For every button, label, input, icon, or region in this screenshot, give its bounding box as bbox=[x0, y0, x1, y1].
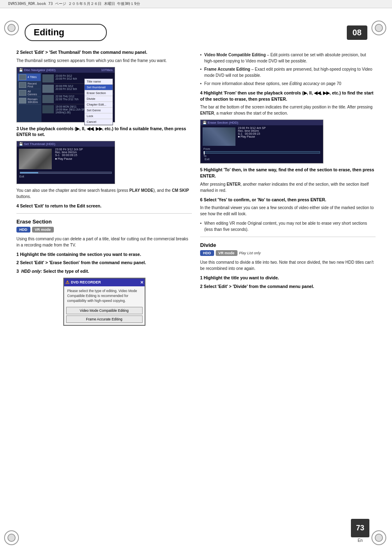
right-step4-body: The bar at the bottom of the screen indi… bbox=[200, 104, 376, 116]
ctx-set-thumbnail[interactable]: Set thumbnail bbox=[85, 85, 113, 90]
bullet3-body: For more information about these options… bbox=[204, 81, 341, 86]
dvd-recorder-dialog: ⚠ DVD RECORDER ✕ Please select the type … bbox=[63, 278, 145, 326]
corner-decoration-tr bbox=[371, 21, 388, 37]
sidebar-label-4: Remain 30h30m bbox=[28, 98, 39, 104]
set-thumb-video bbox=[19, 149, 52, 169]
sidebar-4titles: 4 Titles bbox=[18, 74, 41, 81]
exit-label: Exit bbox=[18, 175, 113, 178]
page-number-box: 73 En bbox=[351, 519, 369, 543]
page: DVR530HS_RDR.book 73 ページ ２０５年５月２６日 木曜日 午… bbox=[0, 0, 392, 555]
entry-time-4b: 19:00 Mon 28/11 2ch SP bbox=[55, 108, 85, 111]
erase-rectime: Rec. time 0h0/m bbox=[238, 129, 322, 132]
entry-time-1b: 23:00 Fri 3/12 4ch bbox=[55, 77, 77, 80]
erase-exit-label: Exit bbox=[203, 157, 320, 161]
bullet1-title: Video Mode Compatible Editing bbox=[204, 53, 266, 57]
badge-vr-divide: VR mode bbox=[216, 250, 238, 256]
entry-thumb-4 bbox=[42, 105, 54, 113]
ctx-erase-section[interactable]: Erase Section bbox=[85, 90, 113, 96]
erase-section-screen: 💾 Erase Section (HDD) 23:00 Fri 3/12 4ch… bbox=[200, 120, 323, 164]
section-divider-1 bbox=[16, 213, 192, 214]
file-header: DVR530HS_RDR.book 73 ページ ２０５年５月２６日 木曜日 午… bbox=[0, 0, 392, 8]
erase-screen-title-bar: 💾 Erase Section (HDD) bbox=[201, 120, 323, 125]
erase-date: 23:00 Fri 3/12 4ch SP bbox=[238, 127, 322, 129]
set-thumb-body: 23:00 Fri 3/12 2ch SP Rec. time 0h01m S-… bbox=[17, 147, 115, 184]
page-title: Editing bbox=[25, 24, 107, 41]
dvd-dialog-close-icon[interactable]: ✕ bbox=[140, 280, 143, 285]
corner-decoration-tl bbox=[4, 21, 21, 37]
right-step5-body: After pressing ENTER, another marker ind… bbox=[200, 181, 376, 193]
right-step6-heading: 6 Select 'Yes' to confirm, or 'No' to ca… bbox=[200, 197, 376, 203]
timeline-marker-from bbox=[204, 151, 205, 154]
erase-screen-body: 23:00 Fri 3/12 4ch SP Rec. time 0h0/m S-… bbox=[201, 125, 323, 163]
ctx-cancel[interactable]: Cancel bbox=[85, 119, 113, 125]
main-content: 2 Select 'Edit' > 'Set Thumbnail' from t… bbox=[16, 49, 376, 530]
disc-nav-sidebar: 4 Titles Recent First All Genres Re bbox=[17, 73, 42, 122]
chapter-badge: 08 bbox=[347, 25, 367, 40]
sidebar-thumb-3 bbox=[19, 90, 26, 96]
entry-thumb-1 bbox=[42, 74, 54, 83]
erase-video-frame bbox=[203, 127, 235, 146]
video-frame bbox=[19, 149, 52, 169]
thumb-rectime-val: 0h01m bbox=[68, 151, 77, 154]
bullet-frame-accurate: Frame Accurate Editing – Exact edit poin… bbox=[200, 66, 376, 78]
sidebar-label-1: 4 Titles bbox=[28, 76, 37, 78]
sidebar-remain: Remain 30h30m bbox=[18, 97, 41, 105]
entry-time-2a: 20:00 FRI 3/12 bbox=[55, 85, 77, 88]
right-step6-body: In the thumbnail viewer you can see a fe… bbox=[200, 205, 376, 217]
ctx-set-genre[interactable]: Set Genre bbox=[85, 108, 113, 113]
entry-thumb-3 bbox=[42, 95, 54, 103]
badge-vr-erase: VR mode bbox=[32, 227, 54, 233]
entry-time-3b: 22:00 Thu 2/12 7ch bbox=[55, 98, 78, 101]
badge-hdd-erase: HDD bbox=[16, 227, 30, 233]
entry-info-2: 20:00 FRI 3/12 20:00 Fri 3/12 9ch bbox=[55, 85, 77, 93]
bullet-section-editing-types: Video Mode Compatible Editing – Edit poi… bbox=[200, 52, 376, 87]
bullet2-title: Frame Accurate Editing bbox=[204, 67, 250, 71]
bullet-video-mode: Video Mode Compatible Editing – Edit poi… bbox=[200, 52, 376, 64]
step2-heading: 2 Select 'Edit' > 'Set Thumbnail' from t… bbox=[16, 49, 192, 55]
erase-step3-heading: 3 HDD only: Select the type of edit. bbox=[16, 268, 192, 274]
from-to-section: From To Exit bbox=[202, 147, 322, 162]
vr-note-text: When editing VR mode Original content, y… bbox=[204, 221, 367, 232]
entry-time-1a: 23:00 Fri 3/12 bbox=[55, 74, 77, 77]
step4-heading: 4 Select 'Exit' to return to the Edit sc… bbox=[16, 203, 192, 209]
section-divider-2 bbox=[200, 237, 376, 237]
dvd-btn-frame-accurate[interactable]: Frame Accurate Editing bbox=[66, 315, 143, 323]
dvd-btn-video-mode[interactable]: Video Mode Compatible Editing bbox=[66, 307, 143, 314]
playbar bbox=[20, 172, 112, 174]
entry-info-4: 19:00 MON 28/11 19:00 Mon 28/11 2ch SP 1… bbox=[55, 105, 85, 114]
ctx-chapter-edit[interactable]: Chapter Edit... bbox=[85, 102, 113, 108]
thumb-chapter: S-1 00:00:09:15 bbox=[55, 154, 113, 157]
erase-status: ■ Play Pause bbox=[238, 135, 322, 138]
disc-nav-entries: 23:00 Fri 3/12 23:00 Fri 3/12 4ch 20:00 … bbox=[42, 73, 115, 122]
disc-nav-title-bar: 💾 Disc Navigator (HDD) 10Titles bbox=[17, 67, 115, 73]
ctx-divide[interactable]: Divide bbox=[85, 96, 113, 102]
set-thumbnail-screen: 💾 Set Thumbnail (HDD) 23:00 Fri 3/12 2ch… bbox=[16, 141, 115, 184]
thumb-date: 23:00 Fri 3/12 2ch SP bbox=[55, 148, 113, 151]
ctx-title-name[interactable]: Title name bbox=[85, 79, 113, 85]
set-thumb-title: 💾 Set Thumbnail (HDD) bbox=[19, 142, 55, 146]
step2-body: The thumbnail setting screen appears fro… bbox=[16, 58, 192, 64]
page-number: 73 bbox=[351, 519, 369, 537]
divide-title: Divide bbox=[200, 242, 376, 248]
sidebar-thumb-1 bbox=[19, 74, 26, 80]
entry-time-4a: 19:00 MON 28/11 bbox=[55, 105, 85, 108]
right-step4-heading: 4 Highlight 'From' then use the playback… bbox=[200, 90, 376, 102]
corner-decoration-br bbox=[371, 530, 388, 547]
erase-section-title: Erase Section bbox=[16, 219, 192, 225]
divide-step1-heading: 1 Highlight the title you want to divide… bbox=[200, 275, 376, 281]
disc-nav-context-menu: Title name Set thumbnail Erase Section D… bbox=[84, 78, 113, 125]
entry-info-3: 22:00 THU 2/12 22:00 Thu 2/12 7ch bbox=[55, 95, 78, 103]
sidebar-allgenres: All Genres bbox=[18, 89, 41, 97]
playbar-container bbox=[18, 170, 113, 175]
sidebar-label-2: Recent First bbox=[28, 82, 39, 88]
erase-screen-title: 💾 Erase Section (HDD) bbox=[203, 121, 238, 124]
erase-step2-heading: 2 Select 'Edit' > 'Erase Section' from t… bbox=[16, 260, 192, 266]
page-title-section: Editing 08 bbox=[25, 24, 367, 41]
ctx-lock[interactable]: Lock bbox=[85, 113, 113, 119]
entry-time-4c: 1h00m(1.00) bbox=[55, 111, 85, 114]
to-label: To bbox=[203, 154, 320, 157]
thumb-status: ■ Play Pause bbox=[55, 157, 113, 160]
left-column: 2 Select 'Edit' > 'Set Thumbnail' from t… bbox=[16, 49, 192, 530]
dvd-dialog-body: Please select the type of editing. Video… bbox=[64, 286, 145, 306]
divide-badges: HDD VR mode Play List only bbox=[200, 250, 376, 256]
